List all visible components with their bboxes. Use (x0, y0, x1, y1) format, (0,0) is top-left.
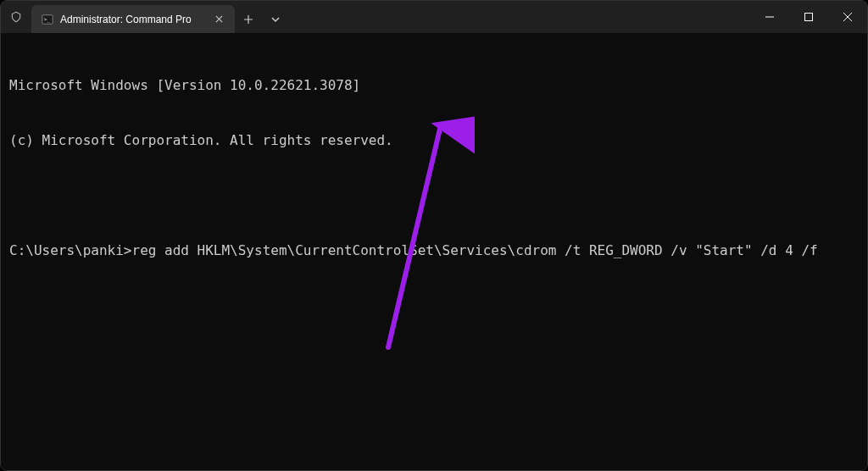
cmd-icon: >_ (42, 14, 53, 25)
svg-rect-7 (805, 14, 813, 21)
titlebar-left (1, 1, 28, 33)
close-button[interactable] (828, 1, 867, 33)
tab-close-button[interactable] (211, 12, 226, 27)
tab-title: Administrator: Command Pro (60, 14, 204, 25)
svg-text:>_: >_ (44, 15, 51, 22)
maximize-button[interactable] (789, 1, 828, 33)
tab-dropdown-button[interactable] (262, 5, 289, 33)
minimize-button[interactable] (750, 1, 789, 33)
terminal-content[interactable]: Microsoft Windows [Version 10.0.22621.30… (1, 33, 867, 470)
titlebar-drag-region[interactable] (289, 1, 750, 33)
blank-line (9, 186, 859, 205)
terminal-window: >_ Administrator: Command Pro (0, 0, 868, 471)
prompt-text: C:\Users\panki> (9, 242, 132, 258)
window-controls (750, 1, 867, 33)
prompt-line: C:\Users\panki>reg add HKLM\System\Curre… (9, 241, 859, 260)
banner-line-2: (c) Microsoft Corporation. All rights re… (9, 131, 859, 150)
command-text: reg add HKLM\System\CurrentControlSet\Se… (132, 242, 818, 258)
shield-icon (9, 10, 23, 24)
new-tab-button[interactable] (235, 5, 262, 33)
titlebar: >_ Administrator: Command Pro (1, 1, 867, 33)
active-tab[interactable]: >_ Administrator: Command Pro (31, 5, 235, 33)
banner-line-1: Microsoft Windows [Version 10.0.22621.30… (9, 76, 859, 95)
